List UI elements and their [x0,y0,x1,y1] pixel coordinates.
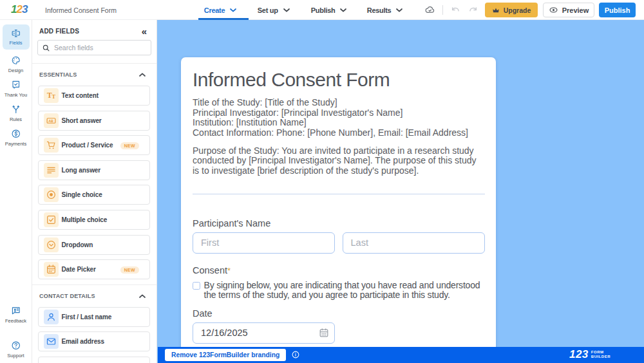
redo-button[interactable] [469,6,478,15]
rail-item-fields[interactable]: Fields [3,24,30,50]
cloud-check-icon [424,5,435,15]
divider [32,284,156,285]
form-card: Informed Consent Form Title of the Study… [181,57,496,363]
support-icon [11,340,21,351]
palette-icon [11,55,21,66]
calendar-icon [44,262,59,277]
consent-field: By signing below, you are indicating tha… [193,281,480,301]
rail-item-thank-you[interactable]: Thank You [3,79,30,98]
field-item-label: First / Last name [62,313,112,321]
field-item-product-service[interactable]: Product / ServiceNEW [38,135,150,155]
field-item-text-content[interactable]: TTText content [38,86,150,106]
rail-item-label: Feedback [5,318,26,324]
rail-item-label: Rules [10,116,22,122]
consent-checkbox[interactable] [193,282,200,290]
rail-item-label: Support [7,353,24,358]
field-item-short-answer[interactable]: ABShort answer [38,111,150,131]
section-header-contact-details[interactable]: CONTACT DETAILS [39,292,147,300]
rail-item-label: Payments [5,141,26,147]
search-box [37,40,151,55]
form-canvas: Informed Consent Form Title of the Study… [157,20,644,363]
left-rail: FieldsDesignThank YouRulesPaymentsFeedba… [0,20,32,363]
fields-icon [11,28,21,39]
upgrade-button[interactable]: Upgrade [485,3,538,17]
rail-item-feedback[interactable]: Feedback [3,305,30,324]
participant-name-label[interactable]: Participant's Name [193,218,270,228]
search-input[interactable] [50,44,146,51]
collapse-panel-icon[interactable]: « [142,28,147,35]
rail-item-support[interactable]: Support [3,340,30,359]
field-item-label: Text content [62,92,99,99]
new-badge: NEW [120,266,139,274]
consent-label[interactable]: Consent* [193,265,231,275]
chevron-down-icon [340,8,346,12]
field-item-label: Long answer [62,167,101,174]
section-title: CONTACT DETAILS [39,293,95,299]
field-item-dropdown[interactable]: Dropdown [38,235,150,255]
chevron-down-icon [396,8,402,12]
bottom-bar: Remove 123FormBuilder branding 123 FORMB… [158,347,644,363]
cart-icon [44,138,59,153]
rail-item-design[interactable]: Design [3,55,30,74]
tab-create[interactable]: Create [198,0,236,20]
field-item-first-last-name[interactable]: First / Last name [38,307,150,327]
feedback-icon [11,306,21,316]
field-item-single-choice[interactable]: Single choice [38,185,150,205]
form-purpose-text[interactable]: Purpose of the Study: You are invited to… [193,146,477,176]
rail-item-payments[interactable]: Payments [3,128,30,147]
form-title[interactable]: Informed Consent Form [193,68,390,91]
eye-icon [549,5,558,15]
date-input[interactable]: 12/16/2025 [193,322,335,344]
svg-text:T: T [52,93,55,100]
section-header-essentials[interactable]: ESSENTIALS [39,71,147,79]
single-choice-icon [44,187,59,202]
top-right-controls: Upgrade Preview Publish [424,0,644,20]
field-item-email-address[interactable]: Email address [38,331,150,351]
panel-title: ADD FIELDS [39,28,79,35]
new-badge: NEW [120,142,139,149]
field-item-date-picker[interactable]: Date PickerNEW [38,259,150,279]
tab-results[interactable]: Results [361,0,402,20]
publish-button[interactable]: Publish [599,3,636,17]
remove-branding-button[interactable]: Remove 123FormBuilder branding [165,349,286,361]
calendar-icon [319,328,329,338]
tab-label: Results [367,6,392,14]
tab-publish[interactable]: Publish [305,0,346,20]
field-item-multiple-choice[interactable]: Multiple choice [38,210,150,230]
preview-button[interactable]: Preview [543,3,594,17]
rail-item-label: Thank You [5,92,27,98]
info-icon[interactable] [292,351,299,358]
field-item-label: Multiple choice [62,216,108,223]
tab-label: Publish [311,6,336,14]
field-item-label: Short answer [62,117,102,124]
divider [442,5,443,15]
search-icon [43,44,50,51]
field-item-label: Date Picker [62,266,96,273]
chevron-down-icon [230,8,236,12]
section-title: ESSENTIALS [39,71,77,78]
consent-text[interactable]: By signing below, you are indicating tha… [204,281,480,301]
rail-item-label: Fields [9,40,22,46]
long-answer-icon [44,163,59,178]
first-name-input[interactable] [193,232,335,254]
undo-button[interactable] [451,6,460,15]
form-divider [193,194,485,194]
top-bar: 123 Informed Consent Form CreateSet upPu… [0,0,644,20]
formbuilder-logo: 123 FORMBUILDER [569,348,611,361]
date-label[interactable]: Date [193,308,213,319]
text-content-icon: TT [44,88,59,103]
thankyou-icon [11,80,21,90]
rail-item-label: Design [8,68,23,73]
tab-set-up[interactable]: Set up [252,0,290,20]
rail-item-rules[interactable]: Rules [3,104,30,123]
last-name-input[interactable] [343,232,485,254]
tab-label: Set up [258,6,278,14]
payments-icon [11,129,21,139]
field-item-label: Dropdown [62,241,93,248]
field-item-long-answer[interactable]: Long answer [38,160,150,180]
divider [32,63,156,64]
field-item-partial[interactable] [38,357,150,363]
field-item-label: Email address [62,338,105,345]
form-intro-text[interactable]: Title of the Study: [Title of the Study]… [193,98,468,138]
chevron-up-icon [139,294,146,298]
